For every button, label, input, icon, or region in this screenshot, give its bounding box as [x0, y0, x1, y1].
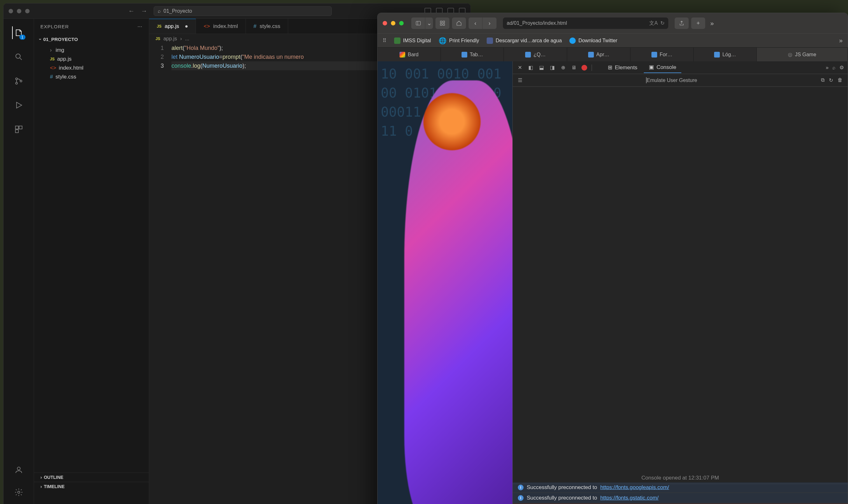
accounts-icon[interactable]: [12, 464, 25, 476]
tab-index-html[interactable]: <> index.html: [196, 19, 245, 34]
globe-icon: 🌐: [439, 37, 447, 44]
outline-label: OUTLINE: [44, 475, 63, 480]
explorer-more-icon[interactable]: ⋯: [137, 23, 142, 29]
reload-icon[interactable]: ↻: [829, 77, 833, 83]
folder-img[interactable]: img: [34, 46, 149, 55]
file-style-css[interactable]: # style.css: [34, 72, 149, 82]
new-tab-button[interactable]: +: [691, 17, 705, 29]
sidebar-toggle-button[interactable]: [411, 17, 425, 29]
tab-style-css[interactable]: # style.css: [246, 19, 289, 34]
bookmark-twitter[interactable]: Download Twitter: [569, 37, 617, 44]
svg-rect-5: [19, 126, 22, 129]
forward-button[interactable]: ›: [483, 17, 497, 29]
js-file-icon: JS: [156, 37, 160, 41]
filter-icon[interactable]: ☰: [518, 77, 522, 83]
emulate-checkbox-group[interactable]: Emulate User Gesture: [646, 77, 697, 83]
browser-tab-alura1[interactable]: Tab…: [441, 48, 504, 61]
devtools-toolbar-right: » ⌕ ⚙: [826, 65, 844, 71]
bookmark-descargar[interactable]: Descargar vid…arca de agua: [487, 37, 562, 44]
favorites-overflow-button[interactable]: »: [839, 37, 843, 44]
explorer-view-icon[interactable]: 1: [12, 26, 25, 39]
compass-icon: ◎: [788, 52, 792, 57]
back-button[interactable]: ‹: [469, 17, 483, 29]
file-index-html[interactable]: <> index.html: [34, 64, 149, 72]
browser-tab-alura2[interactable]: ¿Q…: [504, 48, 567, 61]
close-button[interactable]: [383, 21, 387, 25]
reload-icon[interactable]: ↻: [660, 20, 664, 27]
file-label: style.css: [55, 74, 76, 80]
close-window-button[interactable]: [8, 9, 13, 13]
file-label: index.html: [59, 65, 83, 71]
close-devtools-icon[interactable]: ✕: [517, 65, 523, 71]
svg-point-1: [16, 78, 17, 80]
back-button[interactable]: ←: [128, 7, 135, 15]
svg-rect-10: [440, 21, 442, 22]
explorer-badge: 1: [19, 35, 25, 40]
browser-tab-alura4[interactable]: For…: [630, 48, 694, 61]
file-tree: img JS app.js <> index.html # style.css: [34, 44, 149, 83]
project-name-label: 01_PROYECTO: [43, 37, 78, 42]
device-icon[interactable]: 🖥: [571, 65, 577, 71]
browser-tab-alura3[interactable]: Apr…: [567, 48, 630, 61]
elements-icon: ⊞: [608, 64, 612, 71]
activity-bar: 1: [3, 19, 34, 504]
breadcrumb-file: app.js: [163, 36, 177, 42]
source-control-view-icon[interactable]: [12, 75, 25, 87]
console-info-msg: i Successfully preconnected to https://f…: [513, 482, 848, 493]
favorites-grip-icon[interactable]: ⠿: [383, 37, 386, 43]
element-picker-icon[interactable]: ⊕: [560, 65, 566, 71]
settings-icon[interactable]: ⚙: [840, 65, 844, 71]
robot-illustration: [404, 80, 513, 504]
bookmark-print[interactable]: 🌐 Print Friendly: [439, 37, 479, 44]
console-body[interactable]: Console opened at 12:31:07 PM i Successf…: [513, 87, 848, 504]
safari-content: 10 001 0010 00100 01010 10 01000011 0 10…: [378, 61, 848, 504]
search-view-icon[interactable]: [12, 51, 25, 63]
translate-icon[interactable]: 文A: [649, 20, 658, 27]
bookmark-icon: [487, 37, 493, 44]
activity-bar-bottom: [12, 464, 25, 499]
bookmark-icon: [394, 37, 400, 44]
settings-gear-icon[interactable]: [12, 486, 25, 499]
svg-point-2: [16, 82, 17, 84]
bookmark-label: IMSS Digital: [403, 38, 431, 43]
console-tab[interactable]: ▣ Console: [644, 62, 681, 73]
clear-icon[interactable]: 🗑: [837, 77, 843, 83]
more-tabs-button[interactable]: »: [826, 65, 829, 71]
devtools-toolbar: ✕ ◧ ⬓ ◨ ⊕ 🖥 ⊞ Elements ▣ Console: [513, 61, 848, 74]
search-icon[interactable]: ⌕: [832, 65, 836, 71]
preserve-log-icon[interactable]: ⧉: [821, 77, 825, 83]
outline-section[interactable]: › OUTLINE: [34, 472, 149, 482]
timeline-section[interactable]: › TIMELINE: [34, 482, 149, 491]
maximize-window-button[interactable]: [25, 9, 30, 13]
dock-bottom-icon[interactable]: ⬓: [538, 65, 544, 71]
browser-tab-alura5[interactable]: Lóg…: [694, 48, 757, 61]
sidebar-dropdown-button[interactable]: ⌄: [425, 17, 433, 29]
file-label: app.js: [57, 56, 72, 62]
command-search[interactable]: ⌕ 01_Proyecto: [154, 6, 332, 16]
dock-right-icon[interactable]: ◨: [549, 65, 555, 71]
console-link[interactable]: https://fonts.gstatic.com/: [600, 495, 658, 501]
minimize-window-button[interactable]: [17, 9, 21, 13]
bookmark-imss[interactable]: IMSS Digital: [394, 37, 431, 44]
share-button[interactable]: [675, 17, 689, 29]
forward-button[interactable]: →: [141, 7, 147, 15]
error-badge-icon[interactable]: [582, 65, 587, 71]
dock-left-icon[interactable]: ◧: [527, 65, 534, 71]
console-link[interactable]: https://fonts.googleapis.com/: [600, 484, 669, 491]
tabs-overflow-button[interactable]: »: [710, 20, 714, 27]
maximize-button[interactable]: [399, 21, 404, 25]
extensions-view-icon[interactable]: [12, 123, 25, 136]
url-bar[interactable]: ad/01_Proyecto/index.html 文A ↻: [503, 17, 668, 29]
tab-overview-button[interactable]: [435, 17, 449, 29]
run-debug-view-icon[interactable]: [12, 99, 25, 111]
elements-tab[interactable]: ⊞ Elements: [603, 62, 642, 73]
browser-tab-bard[interactable]: Bard: [378, 48, 441, 61]
minimize-button[interactable]: [391, 21, 395, 25]
project-root[interactable]: 01_PROYECTO: [34, 34, 149, 44]
browser-tab-jsgame[interactable]: ◎ JS Game: [757, 48, 848, 61]
page-viewport[interactable]: 10 001 0010 00100 01010 10 01000011 0 10…: [378, 61, 513, 504]
home-button[interactable]: [452, 17, 466, 29]
file-app-js[interactable]: JS app.js: [34, 55, 149, 64]
explorer-header: EXPLORER ⋯: [34, 19, 149, 34]
tab-app-js[interactable]: JS app.js: [149, 19, 196, 34]
